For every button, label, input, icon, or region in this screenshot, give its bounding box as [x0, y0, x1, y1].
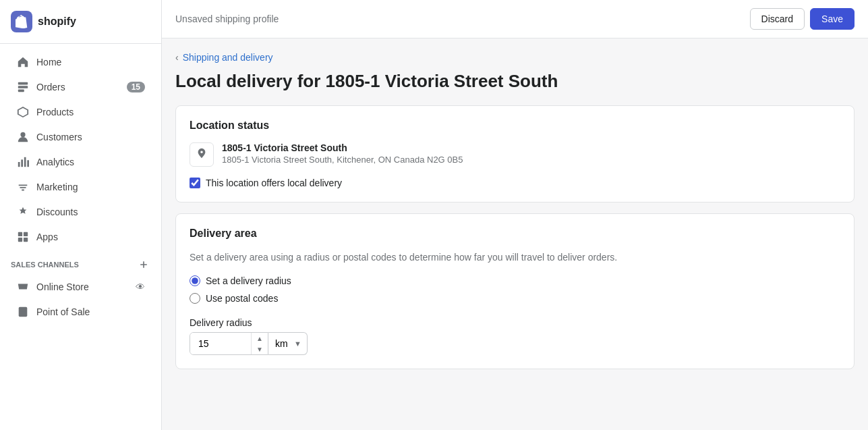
radius-spinners: ▲ ▼ — [251, 333, 268, 354]
delivery-area-description: Set a delivery area using a radius or po… — [190, 250, 840, 265]
sidebar-item-discounts[interactable]: Discounts — [5, 200, 156, 224]
svg-rect-11 — [24, 238, 28, 242]
svg-rect-5 — [21, 159, 23, 167]
sidebar-item-pos-label: Point of Sale — [36, 306, 145, 317]
location-pin-icon — [196, 147, 208, 162]
sidebar-item-apps[interactable]: Apps — [5, 225, 156, 249]
svg-rect-6 — [24, 157, 26, 167]
save-button[interactable]: Save — [810, 8, 855, 30]
online-store-eye-icon: 👁 — [136, 281, 145, 292]
svg-rect-14 — [20, 311, 25, 312]
sidebar-item-products[interactable]: Products — [5, 100, 156, 124]
breadcrumb[interactable]: ‹ Shipping and delivery — [175, 52, 855, 63]
sidebar-item-discounts-label: Discounts — [36, 207, 145, 217]
sidebar-nav: Home Orders 15 Products — [0, 44, 161, 430]
delivery-radius-field: Delivery radius ▲ ▼ km mi — [190, 317, 840, 355]
location-status-card: Location status 1805-1 Victoria Street S… — [175, 105, 855, 203]
location-status-card-title: Location status — [190, 119, 840, 132]
sidebar-item-customers[interactable]: Customers — [5, 125, 156, 149]
topbar-title: Unsaved shipping profile — [175, 14, 279, 24]
orders-icon — [16, 80, 30, 94]
sidebar-logo: shopify — [0, 0, 161, 44]
svg-rect-9 — [24, 232, 28, 236]
svg-rect-13 — [20, 309, 25, 310]
sidebar-item-analytics-label: Analytics — [36, 157, 145, 167]
sidebar-item-analytics[interactable]: Analytics — [5, 150, 156, 174]
add-sales-channel-button[interactable] — [137, 258, 150, 271]
delivery-area-card: Delivery area Set a delivery area using … — [175, 213, 855, 369]
sales-channels-section: SALES CHANNELS — [0, 250, 161, 274]
location-info: 1805-1 Victoria Street South 1805-1 Vict… — [222, 142, 463, 165]
location-address: 1805-1 Victoria Street South, Kitchener,… — [222, 155, 463, 165]
sidebar-item-marketing-label: Marketing — [36, 182, 145, 192]
location-row: 1805-1 Victoria Street South 1805-1 Vict… — [190, 142, 840, 167]
svg-rect-4 — [18, 162, 20, 167]
customers-icon — [16, 130, 30, 144]
orders-badge: 15 — [127, 82, 145, 92]
svg-rect-7 — [27, 160, 29, 167]
local-delivery-checkbox-label[interactable]: This location offers local delivery — [206, 178, 342, 188]
location-name: 1805-1 Victoria Street South — [222, 142, 463, 153]
apps-icon — [16, 230, 30, 244]
sidebar-item-marketing[interactable]: Marketing — [5, 175, 156, 199]
svg-rect-0 — [18, 82, 28, 85]
local-delivery-checkbox-row: This location offers local delivery — [190, 178, 840, 188]
radius-number-wrap: ▲ ▼ — [190, 332, 268, 355]
radius-input[interactable] — [190, 333, 251, 354]
sales-channels-title: SALES CHANNELS — [11, 261, 79, 269]
postal-radio[interactable] — [190, 293, 200, 304]
sidebar-item-customers-label: Customers — [36, 132, 145, 142]
sidebar-item-orders[interactable]: Orders 15 — [5, 75, 156, 99]
sidebar-item-apps-label: Apps — [36, 232, 145, 242]
postal-radio-label[interactable]: Use postal codes — [206, 293, 278, 304]
sidebar-item-products-label: Products — [36, 107, 145, 117]
unit-select-wrap: km mi ▼ — [268, 332, 308, 355]
delivery-radius-label: Delivery radius — [190, 317, 840, 328]
radius-radio-row: Set a delivery radius — [190, 275, 840, 286]
sidebar: shopify Home Orders 15 — [0, 0, 162, 430]
sidebar-item-home[interactable]: Home — [5, 50, 156, 74]
shopify-logo-icon — [11, 11, 32, 32]
page-title: Local delivery for 1805-1 Victoria Stree… — [175, 71, 855, 92]
postal-radio-row: Use postal codes — [190, 293, 840, 304]
brand-name: shopify — [38, 16, 76, 28]
svg-rect-1 — [18, 86, 28, 88]
breadcrumb-label: Shipping and delivery — [183, 52, 273, 63]
radius-increment-button[interactable]: ▲ — [252, 333, 268, 344]
unit-select[interactable]: km mi — [268, 333, 307, 354]
local-delivery-checkbox[interactable] — [190, 178, 200, 188]
online-store-icon — [16, 280, 30, 294]
svg-rect-2 — [18, 90, 24, 92]
delivery-type-radio-group: Set a delivery radius Use postal codes — [190, 275, 840, 304]
products-icon — [16, 105, 30, 119]
topbar: Unsaved shipping profile Discard Save — [162, 0, 868, 38]
topbar-actions: Discard Save — [750, 8, 855, 30]
sidebar-item-orders-label: Orders — [36, 82, 120, 92]
radius-radio-label[interactable]: Set a delivery radius — [206, 275, 291, 286]
sidebar-item-online-store[interactable]: Online Store 👁 — [5, 275, 156, 299]
location-icon-wrap — [190, 142, 214, 167]
sidebar-item-home-label: Home — [36, 57, 145, 68]
home-icon — [16, 55, 30, 69]
svg-rect-8 — [18, 232, 22, 236]
analytics-icon — [16, 155, 30, 169]
breadcrumb-chevron-icon: ‹ — [175, 52, 179, 63]
main-content: Unsaved shipping profile Discard Save ‹ … — [162, 0, 868, 430]
discard-button[interactable]: Discard — [750, 8, 805, 30]
sidebar-item-online-store-label: Online Store — [36, 281, 129, 292]
svg-rect-15 — [20, 313, 24, 314]
discounts-icon — [16, 205, 30, 219]
sidebar-item-pos[interactable]: Point of Sale — [5, 300, 156, 324]
radius-input-group: ▲ ▼ km mi ▼ — [190, 332, 840, 355]
svg-rect-10 — [18, 238, 22, 242]
svg-point-3 — [20, 132, 25, 137]
pos-icon — [16, 305, 30, 319]
radius-decrement-button[interactable]: ▼ — [252, 344, 268, 354]
page-content: ‹ Shipping and delivery Local delivery f… — [162, 38, 868, 430]
marketing-icon — [16, 180, 30, 194]
delivery-area-card-title: Delivery area — [190, 227, 840, 240]
radius-radio[interactable] — [190, 275, 200, 286]
